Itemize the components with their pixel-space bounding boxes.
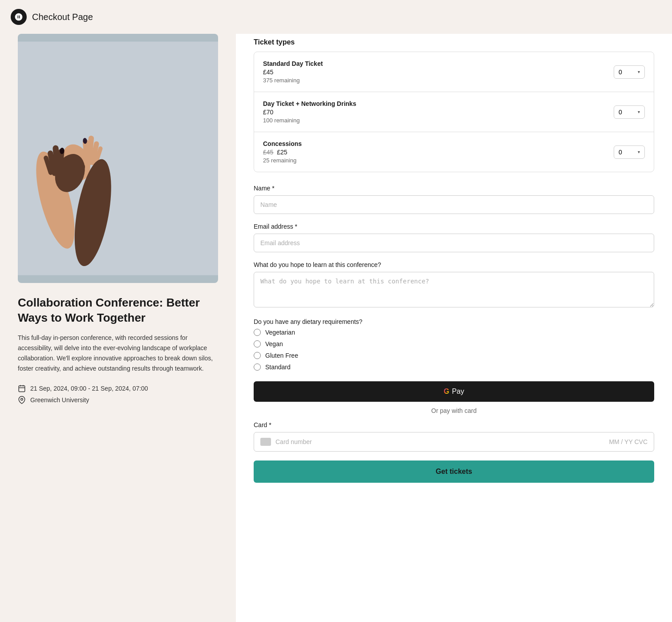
card-field-group: Card * Card number MM / YY CVC (254, 421, 654, 452)
gpay-g-letter: G (444, 388, 449, 396)
chevron-down-icon-0: ▾ (638, 69, 640, 74)
location-icon (18, 396, 26, 404)
dietary-option-2[interactable]: Gluten Free (254, 352, 654, 359)
chevron-down-icon-1: ▾ (638, 109, 640, 114)
svg-rect-17 (19, 386, 25, 392)
event-date-text: 21 Sep, 2024, 09:00 - 21 Sep, 2024, 07:0… (30, 385, 148, 392)
question-label: What do you hope to learn at this confer… (254, 261, 654, 268)
dietary-option-0[interactable]: Vegetarian (254, 329, 654, 336)
ticket-qty-value-1: 0 (619, 109, 622, 116)
ticket-price-1: £70 (263, 109, 356, 116)
ticket-price-0: £45 (263, 69, 323, 76)
event-image-svg (18, 34, 218, 283)
event-image (18, 34, 218, 283)
ticket-qty-select-0[interactable]: 0 ▾ (614, 65, 645, 79)
dietary-option-label-2: Gluten Free (265, 352, 298, 359)
dietary-radio-3[interactable] (254, 364, 261, 371)
card-chip-icon (260, 438, 271, 446)
event-title: Collaboration Conference: Better Ways to… (18, 295, 218, 326)
ticket-types-container: Standard Day Ticket £45 375 remaining 0 … (254, 52, 654, 172)
card-date-cvc-placeholder: MM / YY CVC (609, 438, 648, 445)
ticket-name-1: Day Ticket + Networking Drinks (263, 100, 356, 107)
get-tickets-button[interactable]: Get tickets (254, 460, 654, 483)
dietary-option-3[interactable]: Standard (254, 364, 654, 371)
header: Checkout Page (0, 0, 672, 34)
card-number-placeholder: Card number (275, 438, 312, 445)
name-input[interactable] (254, 195, 654, 214)
ticket-info-0: Standard Day Ticket £45 375 remaining (263, 60, 323, 84)
ticket-qty-select-2[interactable]: 0 ▾ (614, 145, 645, 159)
card-label: Card * (254, 421, 654, 428)
ticket-row-1: Day Ticket + Networking Drinks £70 100 r… (254, 92, 654, 132)
ticket-qty-value-0: 0 (619, 69, 622, 76)
name-field-group: Name * (254, 185, 654, 214)
ticket-qty-select-1[interactable]: 0 ▾ (614, 105, 645, 119)
ticket-types-section: Ticket types Standard Day Ticket £45 375… (254, 38, 654, 172)
card-placeholders: Card number MM / YY CVC (275, 438, 648, 445)
calendar-icon (18, 384, 26, 392)
ticket-row-0: Standard Day Ticket £45 375 remaining 0 … (254, 52, 654, 92)
gpay-button[interactable]: G Pay (254, 381, 654, 402)
brand-logo-icon (11, 9, 27, 25)
ticket-info-2: Concessions £45 £25 25 remaining (263, 140, 302, 164)
ticket-discounted-price-2: £25 (277, 149, 287, 156)
right-panel: Ticket types Standard Day Ticket £45 375… (236, 34, 672, 622)
event-location-text: Greenwich University (30, 396, 89, 404)
logo-svg (14, 12, 23, 21)
email-field-group: Email address * (254, 223, 654, 252)
email-label: Email address * (254, 223, 654, 230)
ticket-strikethrough-2: £45 (263, 149, 273, 156)
dietary-option-label-3: Standard (265, 364, 291, 371)
ticket-remaining-2: 25 remaining (263, 157, 302, 164)
ticket-qty-value-2: 0 (619, 149, 622, 156)
gpay-label: Pay (452, 388, 464, 396)
dietary-option-label-1: Vegan (265, 340, 283, 347)
dietary-radio-0[interactable] (254, 329, 261, 336)
dietary-field-group: Do you have any dietary requirements? Ve… (254, 318, 654, 371)
event-date-item: 21 Sep, 2024, 09:00 - 21 Sep, 2024, 07:0… (18, 384, 218, 392)
ticket-types-title: Ticket types (254, 38, 654, 46)
dietary-radio-1[interactable] (254, 340, 261, 347)
ticket-remaining-1: 100 remaining (263, 117, 356, 124)
ticket-name-2: Concessions (263, 140, 302, 147)
email-input[interactable] (254, 234, 654, 252)
dietary-radio-2[interactable] (254, 352, 261, 359)
dietary-option-1[interactable]: Vegan (254, 340, 654, 347)
or-divider: Or pay with card (254, 407, 654, 414)
event-description: This full-day in-person conference, with… (18, 333, 218, 374)
ticket-price-2: £45 £25 (263, 149, 302, 156)
event-location-item: Greenwich University (18, 396, 218, 404)
name-label: Name * (254, 185, 654, 192)
ticket-info-1: Day Ticket + Networking Drinks £70 100 r… (263, 100, 356, 124)
page-title: Checkout Page (32, 12, 93, 22)
question-field-group: What do you hope to learn at this confer… (254, 261, 654, 309)
left-panel: Collaboration Conference: Better Ways to… (0, 34, 236, 622)
ticket-name-0: Standard Day Ticket (263, 60, 323, 67)
ticket-remaining-0: 375 remaining (263, 77, 323, 84)
dietary-radio-group: Vegetarian Vegan Gluten Free Standard (254, 329, 654, 371)
dietary-label: Do you have any dietary requirements? (254, 318, 654, 325)
card-input-container[interactable]: Card number MM / YY CVC (254, 432, 654, 452)
event-meta: 21 Sep, 2024, 09:00 - 21 Sep, 2024, 07:0… (18, 384, 218, 404)
ticket-row-2: Concessions £45 £25 25 remaining 0 ▾ (254, 132, 654, 172)
svg-point-21 (21, 398, 23, 400)
chevron-down-icon-2: ▾ (638, 149, 640, 154)
dietary-option-label-0: Vegetarian (265, 329, 295, 336)
question-textarea[interactable] (254, 272, 654, 307)
main-layout: Collaboration Conference: Better Ways to… (0, 34, 672, 622)
